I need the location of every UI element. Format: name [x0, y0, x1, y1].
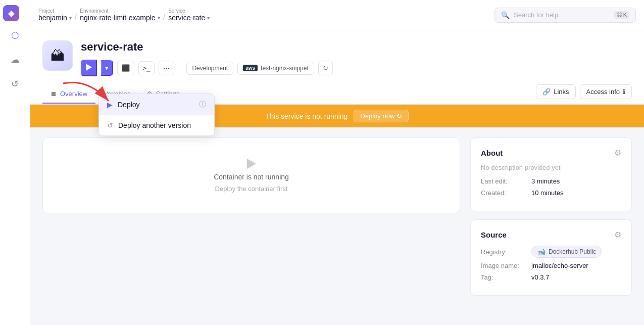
service-value: service-rate — [168, 14, 205, 22]
tag-row: Tag: v0.3.7 — [481, 273, 621, 281]
tag-label: Tag: — [481, 273, 531, 281]
service-chevron-icon: ▾ — [207, 15, 210, 21]
container-title: Container is not running — [214, 173, 289, 181]
image-name-row: Image name: jmalloc/echo-server — [481, 262, 621, 269]
created-value: 10 minutes — [531, 189, 564, 197]
env-label: Environment — [80, 8, 160, 14]
service-name: service-rate — [81, 40, 632, 54]
sep-1: / — [75, 13, 77, 22]
main-area: Project benjamin ▾ / Environment nginx-r… — [30, 0, 644, 325]
play-dropdown-button[interactable]: ▾ — [101, 60, 113, 76]
content-area: 🏔 service-rate ▾ ⬛ — [30, 30, 644, 325]
terminal-button[interactable]: ⬛ — [117, 61, 134, 75]
tab-overview[interactable]: ⏹ Overview — [42, 85, 95, 104]
container-subtitle: Deploy the container first — [215, 185, 288, 193]
aws-badge: aws — [243, 65, 258, 71]
service-selector[interactable]: service-rate ▾ — [168, 14, 210, 22]
deploy-now-button[interactable]: Deploy now ↻ — [354, 110, 409, 122]
dropdown-info-icon: ⓘ — [199, 100, 206, 109]
source-gear-icon[interactable]: ⚙ — [614, 230, 621, 240]
app-logo: ◈ — [3, 5, 19, 21]
tab-actions: 🔗 Links Access info ℹ — [536, 84, 632, 104]
service-info: service-rate ▾ ⬛ — [81, 40, 632, 76]
keyboard-shortcut: ⌘ K — [614, 11, 629, 19]
service-label: Service — [168, 8, 210, 14]
chevron-down-icon: ▾ — [105, 64, 109, 72]
project-chevron-icon: ▾ — [69, 15, 72, 21]
project-label: Project — [38, 8, 72, 14]
env-badge[interactable]: Development — [186, 62, 233, 75]
left-sidebar: ◈ ⬡ ☁ ↺ — [0, 0, 30, 325]
access-info-button[interactable]: Access info ℹ — [580, 84, 632, 99]
dropdown-item-deploy[interactable]: ▶ Deploy ⓘ — [99, 94, 214, 115]
links-button[interactable]: 🔗 Links — [536, 84, 575, 99]
created-row: Created: 10 minutes — [481, 189, 621, 197]
container-card: Container is not running Deploy the cont… — [42, 137, 460, 213]
source-section: Source ⚙ Registry: 🐋 Dockerhub Public Im… — [470, 219, 632, 296]
registry-label: Registry: — [481, 248, 531, 256]
content-split: Container is not running Deploy the cont… — [30, 127, 644, 314]
dropdown-deploy-label: Deploy — [118, 101, 140, 109]
dropdown-version-icon: ↺ — [107, 121, 113, 129]
play-button[interactable] — [81, 60, 97, 76]
project-value: benjamin — [38, 14, 67, 22]
registry-value: Dockerhub Public — [549, 248, 596, 255]
env-selector[interactable]: nginx-rate-limit-example ▾ — [80, 14, 160, 22]
sidebar-item-layers[interactable]: ⬡ — [5, 25, 25, 45]
about-header: About ⚙ — [481, 148, 621, 158]
breadcrumb-env: Environment nginx-rate-limit-example ▾ — [80, 8, 160, 22]
last-edit-value: 3 minutes — [531, 177, 560, 185]
main-panel: Container is not running Deploy the cont… — [42, 137, 460, 304]
about-section: About ⚙ No description provided yet Last… — [470, 137, 632, 211]
search-icon: 🔍 — [501, 11, 510, 19]
image-name-value: jmalloc/echo-server — [531, 262, 588, 269]
last-edit-label: Last edit: — [481, 177, 531, 185]
refresh-button[interactable]: ↻ — [318, 61, 333, 75]
service-avatar: 🏔 — [42, 40, 73, 71]
breadcrumb: Project benjamin ▾ / Environment nginx-r… — [38, 8, 494, 22]
source-title: Source — [481, 230, 507, 239]
aws-snippet-label: test-nginx-snippet — [261, 65, 309, 72]
info-icon: ℹ — [623, 88, 625, 96]
action-buttons: ▾ ⬛ >_ ⋯ — [81, 60, 632, 76]
search-bar[interactable]: 🔍 Search for help ⌘ K — [494, 8, 636, 23]
tag-value: v0.3.7 — [531, 273, 549, 281]
about-gear-icon[interactable]: ⚙ — [614, 148, 621, 158]
links-icon: 🔗 — [542, 88, 551, 96]
top-nav: Project benjamin ▾ / Environment nginx-r… — [30, 0, 644, 30]
deploy-dropdown: ▶ Deploy ⓘ ↺ Deploy another version — [98, 94, 215, 136]
layers-icon: ⬡ — [11, 30, 19, 41]
env-value: nginx-rate-limit-example — [80, 14, 155, 22]
cloud-icon: ☁ — [11, 54, 20, 65]
warning-message: This service is not running — [266, 112, 348, 120]
project-selector[interactable]: benjamin ▾ — [38, 14, 72, 22]
created-label: Created: — [481, 189, 531, 197]
service-title-row: 🏔 service-rate ▾ ⬛ — [42, 40, 632, 76]
terminal-icon: ⬛ — [122, 64, 130, 72]
dropdown-play-icon: ▶ — [107, 101, 113, 109]
dropdown-version-label: Deploy another version — [118, 121, 191, 129]
history-icon: ↺ — [11, 78, 19, 89]
logo-area: ◈ — [0, 5, 26, 21]
last-edit-row: Last edit: 3 minutes — [481, 177, 621, 185]
registry-row: Registry: 🐋 Dockerhub Public — [481, 246, 621, 258]
play-triangle-icon — [86, 64, 92, 71]
command-button[interactable]: >_ — [138, 61, 155, 75]
sidebar-item-cloud[interactable]: ☁ — [5, 50, 25, 70]
refresh-icon: ↻ — [323, 64, 328, 72]
image-name-label: Image name: — [481, 262, 531, 269]
docker-icon: 🐋 — [537, 248, 546, 256]
about-title: About — [481, 149, 503, 157]
command-icon: >_ — [143, 65, 150, 72]
more-button[interactable]: ⋯ — [159, 61, 174, 75]
dropdown-item-version[interactable]: ↺ Deploy another version — [99, 115, 214, 135]
deploy-refresh-icon: ↻ — [397, 112, 402, 120]
source-header: Source ⚙ — [481, 230, 621, 240]
more-icon: ⋯ — [163, 64, 170, 72]
env-badge-label: Development — [192, 65, 228, 72]
container-play-icon — [247, 159, 256, 169]
breadcrumb-service: Service service-rate ▾ — [168, 8, 210, 22]
sidebar-item-history[interactable]: ↺ — [5, 74, 25, 94]
aws-snippet-badge[interactable]: aws test-nginx-snippet — [237, 62, 314, 75]
sep-2: / — [163, 13, 165, 22]
